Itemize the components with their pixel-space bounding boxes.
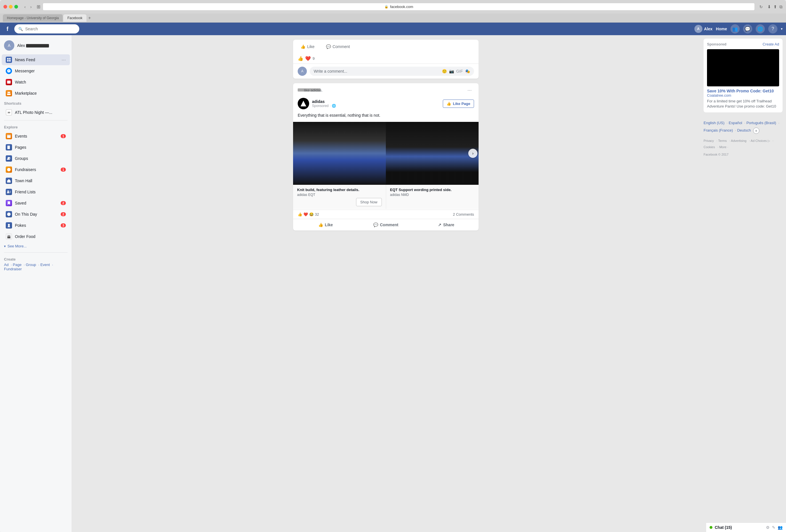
see-more-link[interactable]: ▾ See More... [0, 242, 72, 250]
comment-action-icon: 💬 [373, 222, 378, 227]
lang-espanol[interactable]: Español [729, 121, 742, 125]
saved-badge: 2 [61, 201, 66, 205]
reactions-total-count[interactable]: 32 [315, 212, 319, 217]
sidebar-item-town-hall[interactable]: Town Hall [2, 175, 70, 186]
chat-settings-icon[interactable]: ⚙ [766, 525, 770, 530]
on-this-day-icon [6, 211, 12, 217]
sidebar-item-groups[interactable]: Groups [2, 153, 70, 164]
ad-choices-link[interactable]: Ad Choices ▷ [751, 139, 770, 142]
sidebar-item-marketplace[interactable]: Marketplace [2, 88, 70, 99]
sidebar-item-pages[interactable]: Pages [2, 142, 70, 153]
search-input[interactable] [25, 27, 75, 31]
sidebar-item-pokes[interactable]: Pokes 3 [2, 220, 70, 231]
sidebar-item-news-feed[interactable]: News Feed ··· [2, 54, 70, 65]
sidebar-item-saved[interactable]: Saved 2 [2, 198, 70, 209]
reload-button[interactable]: ↻ [759, 5, 763, 9]
back-button[interactable]: ‹ [23, 4, 27, 10]
gif-icon[interactable]: GIF [456, 69, 463, 73]
fullscreen-button[interactable]: ⧉ [780, 4, 783, 9]
privacy-link[interactable]: Privacy [703, 139, 714, 142]
carousel-next-button[interactable]: › [468, 149, 478, 158]
search-bar[interactable]: 🔍 [14, 24, 79, 33]
download-button[interactable]: ⬇ [767, 4, 771, 9]
comment-action-button[interactable]: 💬 Comment [356, 220, 416, 229]
lang-english[interactable]: English (US) [703, 121, 724, 125]
svg-rect-8 [9, 135, 10, 135]
sidebar-item-friend-lists[interactable]: Friend Lists [2, 187, 70, 197]
terms-link[interactable]: Terms [718, 139, 727, 142]
more-link[interactable]: More · [719, 145, 728, 149]
tab-homepage[interactable]: Homepage - University of Georgia [3, 14, 63, 22]
new-tab-button[interactable]: + [88, 16, 91, 21]
forward-button[interactable]: › [29, 4, 33, 10]
language-section: English (US) · Español · Português (Bras… [703, 116, 783, 138]
camera-icon[interactable]: 📷 [449, 69, 454, 73]
messenger-icon[interactable]: 💬 [743, 24, 752, 33]
sidebar-toggle-button[interactable]: ⊞ [37, 4, 40, 9]
account-menu-chevron[interactable]: ▾ [781, 27, 783, 31]
sidebar-item-events[interactable]: Events 1 [2, 131, 70, 142]
svg-point-25 [8, 224, 10, 226]
lock-icon: 🔒 [385, 5, 388, 8]
sidebar-user-profile[interactable]: A Alex [0, 38, 72, 54]
create-fundraiser-link[interactable]: Fundraiser [4, 267, 22, 271]
sidebar-item-order-food[interactable]: Order Food [2, 231, 70, 242]
cookies-link[interactable]: Cookies [703, 145, 715, 149]
like-action-button[interactable]: 👍 Like [295, 220, 356, 229]
home-link[interactable]: Home [716, 27, 727, 31]
ad-title[interactable]: Save 10% With Promo Code: Get10 [707, 89, 779, 93]
post-more-button[interactable]: ··· [465, 86, 474, 94]
user-profile-link[interactable]: A Alex [694, 25, 713, 33]
sidebar-item-fundraisers[interactable]: $ Fundraisers 1 [2, 164, 70, 175]
friends-icon[interactable]: 👥 [731, 24, 740, 33]
product1-title: Knit build, featuring leather details. [297, 188, 382, 193]
advertising-link[interactable]: Advertising [731, 139, 746, 142]
create-ad-link[interactable]: Create Ad [763, 42, 779, 46]
create-event-link[interactable]: Event [40, 263, 50, 267]
globe-icon[interactable]: 🌐 [756, 24, 765, 33]
chat-people-icon[interactable]: 👥 [778, 525, 783, 530]
comments-count[interactable]: 2 Comments [453, 212, 474, 217]
close-button[interactable] [3, 5, 7, 8]
ad-domain[interactable]: Coalatree.com [707, 93, 779, 98]
footer-links: Privacy · Terms · Advertising · Ad Choic… [703, 138, 783, 158]
tab-facebook[interactable]: Facebook [63, 14, 87, 22]
minimize-button[interactable] [9, 5, 13, 8]
chat-label[interactable]: Chat (15) [715, 525, 766, 530]
create-group-link[interactable]: Group [26, 263, 36, 267]
shop-now-button[interactable]: Shop Now [356, 198, 382, 206]
lang-francais[interactable]: Français (France) [703, 128, 733, 132]
chat-compose-icon[interactable]: ✎ [772, 525, 776, 530]
fb-logo[interactable]: f [3, 25, 11, 33]
post-meta: Sponsored · 🌐 [312, 104, 443, 108]
like-page-button[interactable]: 👍 Like Page [443, 99, 474, 108]
reactions-count[interactable]: 9 [313, 56, 315, 61]
lang-deutsch[interactable]: Deutsch [737, 128, 751, 132]
maximize-button[interactable] [14, 5, 18, 8]
lang-portugues[interactable]: Português (Brasil) [746, 121, 776, 125]
sidebar-item-on-this-day[interactable]: On This Day 2 [2, 209, 70, 220]
create-page-link[interactable]: Page [13, 263, 21, 267]
create-links: Ad · Page · Group · Event · Fundraiser [4, 263, 68, 271]
emoji-icon[interactable]: 🙂 [442, 69, 447, 73]
sidebar-item-shortcut1[interactable]: 30 ATL Photo Night —... [2, 107, 70, 118]
order-food-label: Order Food [15, 234, 66, 239]
language-add-button[interactable]: + [753, 127, 759, 134]
create-ad-link[interactable]: Ad [4, 263, 8, 267]
news-feed-more[interactable]: ··· [62, 57, 66, 63]
page-name[interactable]: adidas [312, 99, 443, 104]
help-icon[interactable]: ? [768, 24, 778, 33]
comment-input[interactable]: Write a comment... 🙂 📷 GIF 🎭 [310, 67, 474, 76]
pokes-badge: 3 [61, 223, 66, 227]
chat-online-indicator [710, 526, 712, 529]
svg-rect-1 [9, 58, 10, 59]
share-button[interactable]: ⬆ [773, 4, 777, 9]
sidebar-item-watch[interactable]: Watch [2, 77, 70, 88]
share-action-button[interactable]: ↗ Share [416, 220, 476, 229]
like-button-top[interactable]: 👍 Like [298, 43, 318, 51]
sticker-icon[interactable]: 🎭 [465, 69, 470, 73]
sponsored-header: Sponsored Create Ad [707, 42, 779, 46]
comment-button-top[interactable]: 💬 Comment [323, 43, 353, 51]
sidebar-item-messenger[interactable]: Messenger [2, 66, 70, 76]
url-bar[interactable]: 🔒 facebook.com [43, 3, 755, 10]
